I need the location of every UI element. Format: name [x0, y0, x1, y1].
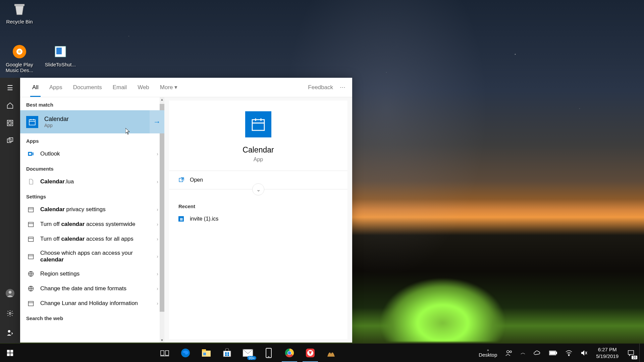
gear-icon[interactable] — [6, 310, 14, 317]
best-match-calendar[interactable]: Calendar App → — [20, 110, 164, 133]
svg-point-3 — [18, 50, 21, 53]
svg-rect-62 — [266, 348, 271, 358]
taskbar-vivaldi[interactable] — [300, 344, 321, 362]
svg-point-70 — [507, 350, 509, 353]
svg-rect-48 — [10, 353, 13, 356]
chevron-down-icon[interactable]: ⌄ — [252, 183, 264, 195]
svg-rect-73 — [556, 352, 557, 354]
tray-volume-icon[interactable] — [577, 344, 591, 362]
start-button[interactable] — [0, 344, 20, 362]
svg-point-19 — [29, 153, 31, 155]
result-calendar-lua[interactable]: Calendar.lua › — [20, 174, 164, 189]
ics-file-icon: ▦ — [178, 216, 184, 222]
tab-email[interactable]: Email — [107, 78, 132, 97]
result-turn-off-all-apps[interactable]: Turn off calendar access for all apps › — [20, 232, 164, 246]
tray-battery-icon[interactable] — [546, 344, 560, 362]
desktop-icon-slidetoshut[interactable]: SlideToShut... — [44, 44, 77, 67]
section-apps: Apps — [20, 133, 164, 146]
tray-wifi-icon[interactable] — [562, 344, 576, 362]
globe-icon — [26, 270, 36, 277]
show-desktop-button[interactable] — [639, 344, 641, 362]
clock-icon[interactable] — [6, 119, 14, 127]
svg-rect-78 — [628, 350, 634, 354]
tab-all[interactable]: All — [27, 78, 44, 97]
recent-header: Recent — [169, 199, 347, 212]
hamburger-icon[interactable]: ☰ — [7, 84, 13, 92]
svg-rect-45 — [7, 350, 10, 352]
svg-rect-46 — [10, 350, 13, 352]
chevron-right-icon: › — [157, 207, 158, 212]
result-label: Region settings — [36, 270, 157, 277]
result-label: Calendar.lua — [36, 178, 157, 185]
taskbar-store[interactable] — [217, 344, 237, 362]
svg-rect-49 — [161, 351, 164, 355]
open-label: Open — [190, 177, 203, 183]
profile-icon[interactable] — [6, 289, 14, 298]
taskbar-mail[interactable]: 99+ — [237, 344, 258, 362]
chevron-right-icon: › — [157, 236, 158, 242]
home-icon[interactable] — [6, 102, 14, 109]
result-date-time-formats[interactable]: Change the date and time formats › — [20, 281, 164, 296]
search-results: ▲ ▼ Best match Calendar App → Apps Outlo… — [20, 97, 164, 343]
scroll-down-arrow[interactable]: ▼ — [160, 338, 164, 343]
section-documents: Documents — [20, 161, 164, 174]
arrow-right-icon[interactable]: → — [150, 110, 164, 133]
result-label: Choose which apps can access your calend… — [36, 250, 157, 263]
best-match-subtitle: App — [44, 123, 158, 128]
taskbar-chrome[interactable] — [279, 344, 300, 362]
chevron-right-icon: › — [157, 301, 158, 306]
result-label: Turn off calendar access for all apps — [36, 236, 157, 242]
svg-rect-53 — [202, 351, 211, 357]
chevron-right-icon: › — [157, 222, 158, 227]
tab-web[interactable]: Web — [132, 78, 155, 97]
collections-icon[interactable] — [6, 137, 14, 144]
desktop-icon-google-play-music[interactable]: Google Play Music Des... — [3, 44, 36, 73]
feedback-link[interactable]: Feedback — [308, 84, 333, 91]
more-options-icon[interactable]: ⋯ — [340, 84, 345, 91]
tray-action-center[interactable]: 16 — [624, 344, 638, 362]
chevron-right-icon: › — [157, 179, 158, 184]
result-turn-off-systemwide[interactable]: Turn off calendar access systemwide › — [20, 217, 164, 232]
result-lunar-holiday[interactable]: Change Lunar and Holiday information › — [20, 296, 164, 311]
taskbar-file-explorer[interactable] — [196, 344, 217, 362]
open-icon — [178, 177, 184, 183]
power-user-icon[interactable] — [6, 329, 14, 337]
tray-show-hidden-icons[interactable]: ︿ — [517, 344, 529, 362]
task-view-button[interactable] — [154, 344, 175, 362]
calendar-outline-icon — [26, 221, 36, 228]
svg-point-11 — [9, 291, 12, 294]
svg-rect-57 — [225, 352, 227, 354]
tray-people[interactable] — [502, 344, 516, 362]
svg-rect-42 — [179, 178, 183, 182]
scroll-up-arrow[interactable]: ▲ — [160, 97, 164, 102]
tray-desktop-toolbar[interactable]: » Desktop — [475, 344, 500, 362]
svg-rect-14 — [29, 120, 35, 125]
result-calendar-privacy[interactable]: Calendar privacy settings › — [20, 202, 164, 217]
result-region-settings[interactable]: Region settings › — [20, 266, 164, 281]
taskbar: 99+ » Desktop ︿ 6:27 PM 5/19/2019 16 — [0, 344, 644, 362]
calendar-outline-icon — [26, 236, 36, 242]
taskbar-edge[interactable] — [175, 344, 196, 362]
section-search-web: Search the web — [20, 311, 164, 324]
svg-rect-27 — [29, 254, 34, 259]
svg-point-75 — [569, 355, 570, 356]
tab-more[interactable]: More ▾ — [155, 78, 183, 97]
desktop-toolbar-label: Desktop — [479, 352, 497, 358]
tab-apps[interactable]: Apps — [44, 78, 68, 97]
tray-onedrive-icon[interactable] — [530, 344, 544, 362]
svg-rect-56 — [223, 351, 231, 357]
chevron-right-icon: › — [157, 271, 158, 277]
taskbar-your-phone[interactable] — [258, 344, 279, 362]
taskbar-app-gold[interactable] — [321, 344, 341, 362]
result-label: Change Lunar and Holiday information — [36, 300, 157, 307]
desktop-icon-recycle-bin[interactable]: Recycle Bin — [3, 1, 36, 24]
result-choose-apps-access[interactable]: Choose which apps can access your calend… — [20, 246, 164, 266]
svg-rect-0 — [14, 4, 24, 6]
calendar-icon — [245, 111, 271, 137]
tray-clock[interactable]: 6:27 PM 5/19/2019 — [592, 344, 623, 362]
calendar-outline-icon — [26, 253, 36, 260]
recent-item[interactable]: ▦ invite (1).ics — [169, 212, 347, 226]
tab-documents[interactable]: Documents — [68, 78, 107, 97]
calendar-outline-icon — [26, 300, 36, 307]
result-outlook[interactable]: Outlook › — [20, 146, 164, 161]
